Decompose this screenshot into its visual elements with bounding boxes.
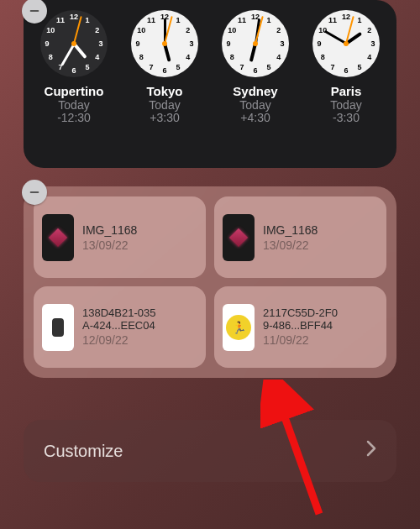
city-day: Today [58,98,89,112]
city-name: Cupertino [45,84,104,98]
file-name: A-424...EEC04 [82,320,155,333]
city-offset: +3:30 [150,111,179,124]
city-day: Today [149,98,180,112]
minus-icon [28,4,41,18]
chevron-right-icon [366,440,376,462]
remove-files-button[interactable] [22,180,47,205]
city-offset: -12:30 [57,111,91,124]
city-name: Tokyo [146,84,182,98]
world-clock-widget[interactable]: 123456789101112CupertinoToday-12:3012345… [24,0,396,168]
clock-face: 123456789101112 [40,10,108,77]
file-date: 12/09/22 [82,333,155,347]
customize-button[interactable]: Customize [24,420,396,482]
file-thumbnail [42,214,74,261]
minus-icon [28,186,41,199]
file-item[interactable]: 🏃2117C55D-2F09-486...BFF4411/09/22 [214,286,386,368]
city-name: Sydney [233,84,277,98]
customize-label: Customize [44,442,123,461]
clock-sydney: 123456789101112SydneyToday+4:30 [210,10,301,124]
file-name: IMG_1168 [263,223,318,237]
clock-tokyo: 123456789101112TokyoToday+3:30 [119,10,210,124]
file-item[interactable]: 138D4B21-035A-424...EEC0412/09/22 [34,286,206,368]
city-name: Paris [331,84,362,98]
file-name: 138D4B21-035 [82,307,155,320]
file-thumbnail: 🏃 [223,304,255,351]
file-item[interactable]: IMG_116813/09/22 [34,196,206,278]
file-thumbnail [223,214,255,261]
file-date: 13/09/22 [263,238,318,252]
clock-cupertino: 123456789101112CupertinoToday-12:30 [29,10,119,124]
file-date: 11/09/22 [263,333,338,347]
file-name: 9-486...BFF44 [263,320,338,333]
clock-paris: 123456789101112ParisToday-3:30 [301,10,391,124]
clock-face: 123456789101112 [312,10,380,77]
files-widget[interactable]: IMG_116813/09/22IMG_116813/09/22138D4B21… [24,186,396,378]
file-name: 2117C55D-2F0 [263,307,338,320]
city-day: Today [330,98,361,112]
file-thumbnail [42,304,74,351]
city-offset: -3:30 [333,111,360,124]
svg-rect-0 [30,10,39,12]
file-name: IMG_1168 [82,223,137,237]
file-date: 13/09/22 [82,238,137,252]
clock-face: 123456789101112 [131,10,198,77]
clock-face: 123456789101112 [222,10,289,77]
svg-rect-1 [30,191,39,193]
city-day: Today [239,98,270,112]
file-item[interactable]: IMG_116813/09/22 [214,196,386,278]
city-offset: +4:30 [240,111,270,124]
